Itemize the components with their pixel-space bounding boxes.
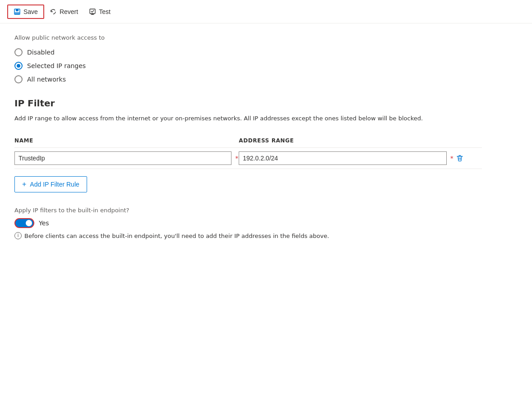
revert-button[interactable]: Revert [44, 5, 83, 18]
add-ip-filter-rule-button[interactable]: + Add IP Filter Rule [14, 176, 87, 192]
endpoint-toggle[interactable] [14, 218, 34, 228]
radio-label-selected-ip: Selected IP ranges [27, 62, 86, 69]
save-button[interactable]: Save [7, 5, 44, 19]
radio-label-disabled: Disabled [27, 49, 55, 56]
radio-circle-selected-ip [14, 62, 23, 70]
toggle-knob [26, 220, 32, 226]
toggle-section: Apply IP filters to the built-in endpoin… [14, 207, 482, 241]
name-required-star: * [235, 155, 238, 162]
svg-rect-2 [15, 12, 19, 14]
info-row: i Before clients can access the built-in… [14, 232, 482, 241]
ip-filter-table: NAME ADDRESS RANGE * [14, 134, 482, 169]
name-cell: * [14, 147, 239, 169]
col-address-header: ADDRESS RANGE [239, 134, 454, 148]
info-text: Before clients can access the built-in e… [24, 232, 329, 241]
trash-icon [456, 154, 464, 162]
network-radio-group: Disabled Selected IP ranges All networks [14, 48, 482, 83]
toggle-value-label: Yes [39, 219, 49, 227]
radio-disabled[interactable]: Disabled [14, 48, 482, 56]
delete-row-button[interactable] [454, 152, 466, 164]
radio-selected-ip[interactable]: Selected IP ranges [14, 62, 482, 70]
radio-circle-all-networks [14, 75, 23, 83]
ip-filter-description: Add IP range to allow access from the in… [14, 114, 482, 123]
col-action-header [454, 134, 482, 148]
radio-all-networks[interactable]: All networks [14, 75, 482, 83]
add-icon: + [22, 180, 26, 188]
main-content: Allow public network access to Disabled … [0, 23, 496, 251]
table-row: * * [14, 147, 482, 169]
toolbar: Save Revert Test [0, 0, 532, 23]
action-cell [454, 147, 482, 169]
svg-rect-1 [16, 9, 19, 11]
save-icon [14, 8, 21, 15]
radio-label-all-networks: All networks [27, 76, 66, 83]
test-button[interactable]: Test [83, 5, 116, 18]
test-icon [89, 8, 96, 15]
save-label: Save [23, 8, 38, 15]
ip-filter-title: IP Filter [14, 98, 482, 109]
address-range-cell: * [239, 147, 454, 169]
revert-icon [50, 8, 57, 15]
col-name-header: NAME [14, 134, 239, 148]
toggle-row: Yes [14, 218, 482, 228]
network-section-label: Allow public network access to [14, 34, 482, 41]
test-label: Test [99, 8, 111, 15]
info-icon: i [14, 232, 22, 239]
name-input[interactable] [14, 151, 231, 165]
toggle-question-label: Apply IP filters to the built-in endpoin… [14, 207, 482, 214]
svg-rect-3 [90, 9, 95, 14]
revert-label: Revert [60, 8, 78, 15]
range-required-star: * [450, 155, 453, 162]
add-button-label: Add IP Filter Rule [30, 181, 79, 188]
radio-circle-disabled [14, 48, 23, 56]
address-range-input[interactable] [239, 151, 447, 165]
ip-filter-section: IP Filter Add IP range to allow access f… [14, 98, 482, 192]
